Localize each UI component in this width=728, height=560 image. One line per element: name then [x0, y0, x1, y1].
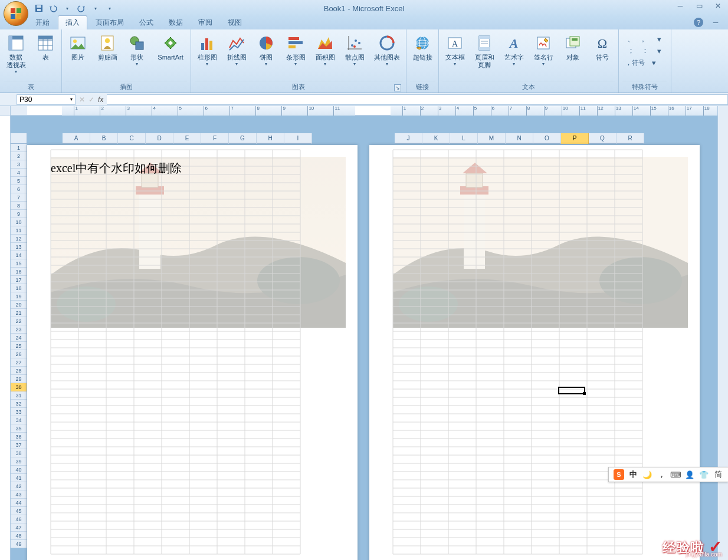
other-charts-button[interactable]: 其他图表▾: [372, 31, 402, 67]
workbook-minimize-button[interactable]: ─: [708, 18, 723, 27]
smartart-button[interactable]: SmartArt: [154, 31, 187, 61]
wordart-button[interactable]: A艺术字▾: [501, 31, 526, 67]
row-header-27[interactable]: 27: [11, 358, 27, 367]
row-header-10[interactable]: 10: [11, 218, 27, 226]
row-header-20[interactable]: 20: [11, 301, 27, 309]
shapes-button[interactable]: 形状▾: [124, 31, 149, 67]
row-header-7[interactable]: 7: [11, 193, 27, 202]
symbol-button[interactable]: Ω符号: [590, 31, 615, 61]
col-header-Q[interactable]: Q: [589, 133, 616, 144]
row-header-16[interactable]: 16: [11, 268, 27, 276]
ime-toolbar[interactable]: S 中 🌙 ， ⌨ 👤 👕 简: [608, 467, 728, 482]
row-header-43[interactable]: 43: [11, 490, 27, 499]
row-header-8[interactable]: 8: [11, 202, 27, 210]
row-header-21[interactable]: 21: [11, 309, 27, 317]
undo-dropdown-icon[interactable]: ▾: [61, 2, 73, 14]
qat-customize-icon[interactable]: ▾: [104, 2, 116, 14]
ime-moon-icon[interactable]: 🌙: [642, 469, 652, 480]
row-header-6[interactable]: 6: [11, 185, 27, 193]
row-header-48[interactable]: 48: [11, 532, 27, 540]
name-box[interactable]: P30 ▾: [17, 94, 76, 105]
row-header-39[interactable]: 39: [11, 457, 27, 466]
col-header-P[interactable]: P: [561, 133, 589, 144]
row-header-17[interactable]: 17: [11, 276, 27, 284]
scatter-chart-button[interactable]: 散点图▾: [342, 31, 367, 67]
row-header-33[interactable]: 33: [11, 408, 27, 416]
col-header-C[interactable]: C: [118, 133, 146, 144]
undo-icon[interactable]: [47, 2, 59, 14]
maximize-button[interactable]: ▭: [691, 1, 707, 11]
signature-button[interactable]: 签名行▾: [531, 31, 556, 67]
picture-button[interactable]: 图片: [65, 31, 90, 61]
save-icon[interactable]: [33, 2, 45, 14]
ime-simplified-icon[interactable]: 简: [713, 469, 723, 480]
formula-cancel-icon[interactable]: ✕: [79, 95, 85, 104]
page-1[interactable]: excel中有个水印如何删除: [27, 145, 358, 560]
minimize-button[interactable]: ─: [673, 1, 688, 11]
ime-keyboard-icon[interactable]: ⌨: [670, 469, 681, 480]
line-chart-button[interactable]: 折线图▾: [224, 31, 249, 67]
redo-dropdown-icon[interactable]: ▾: [90, 2, 101, 14]
tab-page-layout[interactable]: 页面布局: [88, 16, 131, 29]
row-header-12[interactable]: 12: [11, 235, 27, 243]
row-header-30[interactable]: 30: [11, 383, 27, 391]
row-header-42[interactable]: 42: [11, 482, 27, 490]
row-header-44[interactable]: 44: [11, 499, 27, 507]
vertical-scrollbar[interactable]: [717, 106, 728, 560]
row-header-2[interactable]: 2: [11, 152, 27, 160]
ime-comma-icon[interactable]: ，: [656, 469, 667, 480]
tab-formulas[interactable]: 公式: [132, 16, 160, 29]
col-header-D[interactable]: D: [146, 133, 173, 144]
sp-colon[interactable]: ：: [639, 45, 651, 56]
col-header-N[interactable]: N: [506, 133, 533, 144]
col-header-B[interactable]: B: [90, 133, 118, 144]
formula-enter-icon[interactable]: ✓: [88, 95, 94, 104]
row-header-25[interactable]: 25: [11, 342, 27, 350]
textbox-button[interactable]: A文本框▾: [442, 31, 467, 67]
row-header-18[interactable]: 18: [11, 284, 27, 292]
ime-logo-icon[interactable]: S: [614, 469, 624, 480]
col-header-G[interactable]: G: [229, 133, 257, 144]
row-header-31[interactable]: 31: [11, 391, 27, 400]
col-header-L[interactable]: L: [450, 133, 478, 144]
row-header-28[interactable]: 28: [11, 367, 27, 375]
row-header-38[interactable]: 38: [11, 449, 27, 457]
help-icon[interactable]: ?: [694, 18, 703, 27]
ime-shirt-icon[interactable]: 👕: [699, 469, 709, 480]
row-header-4[interactable]: 4: [11, 169, 27, 177]
tab-view[interactable]: 视图: [221, 16, 249, 29]
charts-dialog-launcher[interactable]: ↘: [394, 84, 401, 91]
row-header-5[interactable]: 5: [11, 177, 27, 185]
hyperlink-button[interactable]: 超链接: [410, 31, 435, 61]
area-chart-button[interactable]: 面积图▾: [313, 31, 337, 67]
col-header-M[interactable]: M: [478, 133, 506, 144]
col-header-A[interactable]: A: [63, 133, 90, 144]
column-chart-button[interactable]: 柱形图▾: [195, 31, 219, 67]
column-headers-right[interactable]: JKLMNOPQR: [395, 133, 644, 144]
office-button[interactable]: [4, 1, 28, 26]
tab-data[interactable]: 数据: [162, 16, 190, 29]
row-header-36[interactable]: 36: [11, 433, 27, 441]
col-header-H[interactable]: H: [257, 133, 284, 144]
col-header-J[interactable]: J: [395, 133, 422, 144]
row-header-19[interactable]: 19: [11, 292, 27, 301]
row-header-49[interactable]: 49: [11, 540, 27, 548]
sp-dot1[interactable]: 、: [625, 34, 637, 44]
row-header-32[interactable]: 32: [11, 400, 27, 408]
sp-dot3[interactable]: ▾: [653, 34, 665, 44]
col-header-F[interactable]: F: [201, 133, 229, 144]
col-header-I[interactable]: I: [284, 133, 312, 144]
object-button[interactable]: 对象: [560, 31, 585, 61]
bar-chart-button[interactable]: 条形图▾: [283, 31, 308, 67]
row-header-45[interactable]: 45: [11, 507, 27, 515]
row-header-13[interactable]: 13: [11, 243, 27, 251]
row-header-37[interactable]: 37: [11, 441, 27, 449]
col-header-O[interactable]: O: [533, 133, 561, 144]
clipart-button[interactable]: 剪贴画: [95, 31, 120, 61]
pie-chart-button[interactable]: 饼图▾: [254, 31, 278, 67]
row-header-11[interactable]: 11: [11, 226, 27, 235]
column-headers-left[interactable]: ABCDEFGHI: [63, 133, 312, 144]
header-footer-button[interactable]: 页眉和 页脚: [472, 31, 497, 69]
redo-icon[interactable]: [76, 2, 87, 14]
fx-icon[interactable]: fx: [98, 95, 103, 104]
